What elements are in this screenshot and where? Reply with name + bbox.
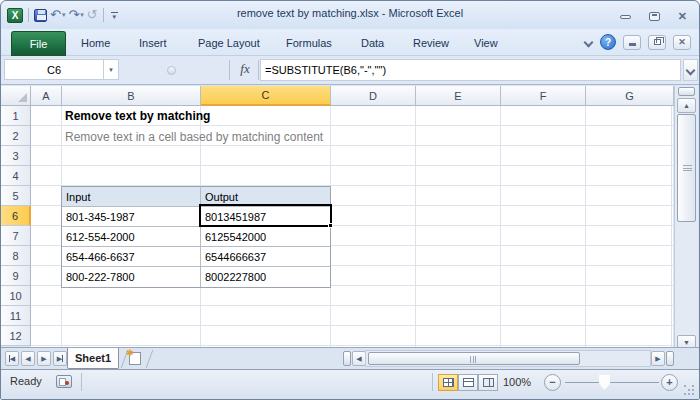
column-header-c[interactable]: C: [201, 86, 331, 106]
gridline: [500, 106, 501, 347]
zoom-slider-handle[interactable]: [599, 375, 610, 390]
zoom-out-button[interactable]: −: [544, 374, 561, 391]
column-header-f[interactable]: F: [501, 86, 586, 106]
row-header-5[interactable]: 5: [1, 186, 31, 206]
restore-workbook-button[interactable]: [648, 35, 666, 50]
next-sheet-button[interactable]: ▶: [37, 351, 51, 366]
cell-c8[interactable]: 6544666637: [201, 247, 330, 266]
tab-divider: [146, 350, 154, 368]
close-window-button[interactable]: ✕: [678, 11, 687, 22]
data-table: Input Output 801-345-1987 8013451987 612…: [61, 186, 331, 288]
tab-data[interactable]: Data: [357, 31, 388, 56]
row-header-11[interactable]: 11: [1, 306, 31, 326]
scroll-left-button[interactable]: ◀: [352, 351, 366, 366]
tab-home[interactable]: Home: [77, 31, 114, 56]
arrow-down-icon: ▼: [683, 339, 690, 346]
tab-formulas[interactable]: Formulas: [282, 31, 336, 56]
gridline: [671, 106, 672, 347]
column-header-b[interactable]: B: [62, 86, 201, 106]
formula-bar-divider[interactable]: [167, 66, 176, 75]
chevron-down-icon: [687, 66, 695, 74]
horizontal-scrollbar-thumb[interactable]: [368, 352, 580, 365]
tab-file[interactable]: File: [11, 31, 66, 56]
tab-review[interactable]: Review: [409, 31, 453, 56]
row-header-2[interactable]: 2: [1, 126, 31, 146]
cell-b8[interactable]: 654-466-6637: [62, 247, 201, 266]
resize-grip[interactable]: [684, 385, 696, 397]
row-header-4[interactable]: 4: [1, 166, 31, 186]
row-header-6[interactable]: 6: [1, 206, 31, 226]
close-workbook-button[interactable]: ✕: [673, 35, 691, 50]
row-header-12[interactable]: 12: [1, 326, 31, 346]
column-header-e[interactable]: E: [416, 86, 501, 106]
page-break-view-button[interactable]: [478, 374, 498, 391]
tab-view[interactable]: View: [470, 31, 502, 56]
insert-worksheet-button[interactable]: ✱: [129, 352, 141, 365]
vertical-split-handle[interactable]: [678, 87, 695, 96]
row-header-9[interactable]: 9: [1, 266, 31, 286]
ribbon-tab-row: File Home Insert Page Layout Formulas Da…: [1, 29, 699, 56]
expand-ribbon-icon[interactable]: [585, 38, 593, 46]
vertical-scrollbar[interactable]: ▲ ▼: [674, 86, 698, 353]
tab-page-layout[interactable]: Page Layout: [194, 31, 264, 56]
column-header-d[interactable]: D: [331, 86, 416, 106]
row-header-7[interactable]: 7: [1, 226, 31, 246]
normal-view-button[interactable]: [438, 374, 458, 391]
minimize-window-button[interactable]: [620, 15, 631, 19]
expand-formula-bar-button[interactable]: [683, 59, 698, 81]
sheet-tab-bar: ◀ ◀ ▶ ▶ Sheet1 ✱ ◀ ▶: [1, 347, 699, 369]
cell-b7[interactable]: 612-554-2000: [62, 227, 201, 246]
zoom-in-button[interactable]: +: [661, 374, 678, 391]
minimize-workbook-button[interactable]: [623, 35, 641, 50]
excel-window: X ↶▾ ↷▾ ↺ ▾ remove text by matching.xlsx…: [0, 0, 700, 400]
help-button[interactable]: ?: [600, 34, 616, 50]
formula-input[interactable]: =SUBSTITUTE(B6,"-",""): [260, 59, 681, 81]
tab-insert[interactable]: Insert: [135, 31, 171, 56]
page-layout-view-button[interactable]: [458, 374, 478, 391]
minimize-icon: [629, 43, 636, 46]
thumb-grip: [683, 165, 692, 171]
plus-icon: +: [666, 375, 672, 390]
row-header-1[interactable]: 1: [1, 106, 31, 126]
fill-handle[interactable]: [328, 223, 333, 228]
arrow-right-icon: ▶: [655, 355, 660, 363]
zoom-slider-track[interactable]: [565, 382, 659, 383]
column-header-a[interactable]: A: [31, 86, 62, 106]
cell-c9[interactable]: 8002227800: [201, 267, 330, 287]
name-box[interactable]: C6: [4, 59, 104, 80]
page-layout-icon: [463, 378, 474, 387]
gridline: [415, 106, 416, 347]
cell-b6[interactable]: 801-345-1987: [62, 207, 201, 226]
cell-c7[interactable]: 6125542000: [201, 227, 330, 246]
row-header-10[interactable]: 10: [1, 286, 31, 306]
insert-function-icon[interactable]: fx: [233, 61, 257, 79]
star-icon: ✱: [126, 348, 134, 358]
status-bar: Ready 100% − +: [1, 369, 699, 400]
vertical-scrollbar-thumb[interactable]: [677, 114, 696, 222]
last-sheet-button[interactable]: ▶: [53, 351, 67, 366]
thumb-grip: [470, 356, 476, 363]
sheet-tab-sheet1[interactable]: Sheet1: [67, 348, 119, 369]
row-header-8[interactable]: 8: [1, 246, 31, 266]
separator: [229, 60, 230, 80]
record-macro-icon[interactable]: [56, 375, 72, 388]
scroll-up-button[interactable]: ▲: [677, 98, 696, 113]
restore-window-button[interactable]: [649, 12, 660, 21]
first-sheet-button[interactable]: ◀: [5, 351, 19, 366]
zoom-level[interactable]: 100%: [503, 376, 531, 388]
name-box-dropdown-icon[interactable]: ▾: [104, 59, 119, 80]
previous-sheet-button[interactable]: ◀: [21, 351, 35, 366]
table-header-input[interactable]: Input: [62, 187, 201, 206]
select-all-corner[interactable]: [1, 86, 31, 106]
selected-cell-border[interactable]: [199, 204, 332, 227]
row-header-3[interactable]: 3: [1, 146, 31, 166]
horizontal-scrollbar[interactable]: [365, 350, 651, 367]
window-controls: ✕: [620, 11, 687, 22]
cell-b9[interactable]: 800-222-7800: [62, 267, 201, 287]
tabbar-split-handle[interactable]: [343, 351, 351, 366]
sheet-navigation: ◀ ◀ ▶ ▶: [5, 351, 67, 366]
scroll-right-button[interactable]: ▶: [651, 351, 665, 366]
scrollbar-split-handle[interactable]: [666, 351, 674, 366]
column-header-g[interactable]: G: [586, 86, 674, 106]
sheet-grid[interactable]: Remove text by matching Remove text in a…: [31, 106, 673, 347]
